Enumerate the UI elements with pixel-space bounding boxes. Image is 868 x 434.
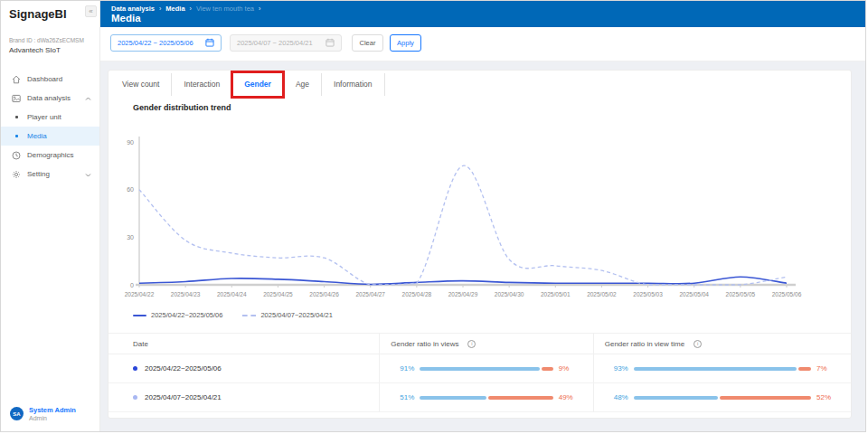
legend-label: 2025/04/22~2025/05/06 <box>151 311 222 319</box>
tab-interaction[interactable]: Interaction <box>172 73 232 96</box>
breadcrumb-data-analysis[interactable]: Data analysis <box>111 5 155 13</box>
series-dot <box>133 366 137 371</box>
male-bar-segment <box>420 396 486 400</box>
breadcrumb: Data analysis › Media › View ten mouth t… <box>111 5 260 13</box>
sidebar: SignageBI « Brand ID : dWa26ZsECMSM Adva… <box>1 1 100 431</box>
svg-text:2025/05/02: 2025/05/02 <box>587 291 617 297</box>
info-icon[interactable]: i <box>467 340 476 348</box>
tab-bar: View count Interaction Gender Age Inform… <box>108 73 851 96</box>
legend-item-current[interactable]: 2025/04/22~2025/05/06 <box>133 311 222 319</box>
svg-text:2025/04/30: 2025/04/30 <box>495 291 524 297</box>
date-range-picker-primary[interactable]: 2025/04/22 ~ 2025/05/06 <box>110 34 222 52</box>
female-percent: 9% <box>559 364 582 373</box>
calendar-icon <box>205 38 214 49</box>
views-ratio-cell: 51% 49% <box>379 383 592 411</box>
avatar: SA <box>10 407 24 420</box>
svg-text:2025/04/26: 2025/04/26 <box>309 291 339 297</box>
app-logo: SignageBI <box>9 7 67 21</box>
male-percent: 51% <box>391 393 414 401</box>
user-name: System Admin <box>29 406 76 414</box>
tab-view-count[interactable]: View count <box>110 73 172 96</box>
views-ratio-cell: 91% 9% <box>379 354 592 382</box>
view-time-ratio-cell: 48% 52% <box>593 383 851 411</box>
svg-text:2025/05/06: 2025/05/06 <box>772 291 802 297</box>
legend-item-previous[interactable]: 2025/04/07~2025/04/21 <box>242 311 332 319</box>
sidebar-item-player-unit[interactable]: Player unit <box>1 108 99 127</box>
chevron-up-icon <box>85 95 91 103</box>
chart-title: Gender distribution trend <box>133 103 231 112</box>
user-info: System Admin Admin <box>29 406 76 421</box>
sidebar-collapse-button[interactable]: « <box>85 5 97 17</box>
gender-ratio-table: Date Gender ratio in views i Gender rati… <box>108 333 851 412</box>
ratio-bar <box>420 367 552 371</box>
clock-icon <box>12 151 21 160</box>
user-profile[interactable]: SA System Admin Admin <box>10 406 76 421</box>
sidebar-item-dashboard[interactable]: Dashboard <box>1 70 99 89</box>
sidebar-item-media[interactable]: Media <box>1 127 99 146</box>
calendar-icon <box>326 38 335 49</box>
date-range-text: 2025/04/22~2025/05/06 <box>145 364 222 373</box>
column-header-views: Gender ratio in views i <box>379 334 592 354</box>
svg-text:90: 90 <box>127 139 134 146</box>
column-header-label: Gender ratio in view time <box>605 340 684 348</box>
gear-icon <box>12 170 21 179</box>
svg-text:2025/04/22: 2025/04/22 <box>125 291 155 297</box>
filter-bar: 2025/04/22 ~ 2025/05/06 2025/04/07 ~ 202… <box>100 27 866 61</box>
ratio-bar <box>634 367 811 371</box>
page-header: Data analysis › Media › View ten mouth t… <box>100 1 866 27</box>
series-dot <box>133 395 137 400</box>
svg-text:2025/05/05: 2025/05/05 <box>726 291 756 297</box>
date-cell: 2025/04/07~2025/04/21 <box>108 393 379 401</box>
date-cell: 2025/04/22~2025/05/06 <box>108 364 379 373</box>
table-header-row: Date Gender ratio in views i Gender rati… <box>108 333 851 354</box>
svg-text:2025/05/03: 2025/05/03 <box>633 291 663 297</box>
date-range-picker-secondary[interactable]: 2025/04/07 ~ 2025/04/21 <box>230 34 342 52</box>
male-percent: 48% <box>605 393 628 401</box>
sidebar-item-label: Dashboard <box>27 75 62 83</box>
breadcrumb-current[interactable]: View ten mouth tea <box>196 5 254 13</box>
sidebar-nav: Dashboard Data analysis Player unit Medi… <box>1 70 99 184</box>
brand-id: Brand ID : dWa26ZsECMSM <box>9 37 84 43</box>
sidebar-item-label: Data analysis <box>27 94 71 102</box>
female-percent: 52% <box>816 393 840 401</box>
svg-text:2025/05/04: 2025/05/04 <box>679 291 709 297</box>
gender-panel-card: View count Interaction Gender Age Inform… <box>108 70 852 419</box>
sidebar-item-demographics[interactable]: Demographics <box>1 146 99 165</box>
table-row[interactable]: 2025/04/22~2025/05/06 91% 9% 93% 7% <box>108 354 851 383</box>
table-row[interactable]: 2025/04/07~2025/04/21 51% 49% 48% 52% <box>108 383 851 412</box>
app-window: SignageBI « Brand ID : dWa26ZsECMSM Adva… <box>0 0 866 432</box>
svg-text:2025/04/29: 2025/04/29 <box>448 291 478 297</box>
tab-gender[interactable]: Gender <box>232 73 284 96</box>
sidebar-item-label: Media <box>27 132 47 140</box>
female-bar-segment <box>542 367 553 371</box>
tab-information[interactable]: Information <box>322 73 385 96</box>
svg-text:60: 60 <box>127 186 134 193</box>
svg-text:2025/05/01: 2025/05/01 <box>541 291 571 297</box>
clear-button[interactable]: Clear <box>352 34 383 52</box>
gender-trend-chart: 03060902025/04/222025/04/232025/04/24202… <box>114 134 846 304</box>
home-icon <box>12 75 21 84</box>
breadcrumb-separator: › <box>190 5 192 12</box>
sidebar-item-data-analysis[interactable]: Data analysis <box>1 89 99 108</box>
breadcrumb-separator: › <box>259 5 260 12</box>
female-bar-segment <box>488 396 552 400</box>
date-range-value: 2025/04/22 ~ 2025/05/06 <box>118 39 193 47</box>
column-header-date: Date <box>108 340 379 348</box>
sidebar-item-setting[interactable]: Setting <box>1 165 99 184</box>
ratio-bar <box>634 396 811 400</box>
breadcrumb-separator: › <box>159 5 161 12</box>
female-percent: 7% <box>816 364 840 373</box>
bullet-icon <box>15 135 18 137</box>
apply-button[interactable]: Apply <box>390 34 421 52</box>
tab-age[interactable]: Age <box>284 73 322 96</box>
svg-text:2025/04/25: 2025/04/25 <box>263 291 293 297</box>
svg-text:30: 30 <box>127 234 134 241</box>
info-icon[interactable]: i <box>693 340 702 348</box>
dashed-line-sample <box>242 315 256 316</box>
chart-legend: 2025/04/22~2025/05/06 2025/04/07~2025/04… <box>133 311 333 319</box>
sidebar-item-label: Setting <box>27 170 50 178</box>
bullet-icon <box>15 116 18 118</box>
male-percent: 91% <box>391 364 414 373</box>
tab-gender-label: Gender <box>244 80 271 89</box>
breadcrumb-media[interactable]: Media <box>165 5 184 13</box>
